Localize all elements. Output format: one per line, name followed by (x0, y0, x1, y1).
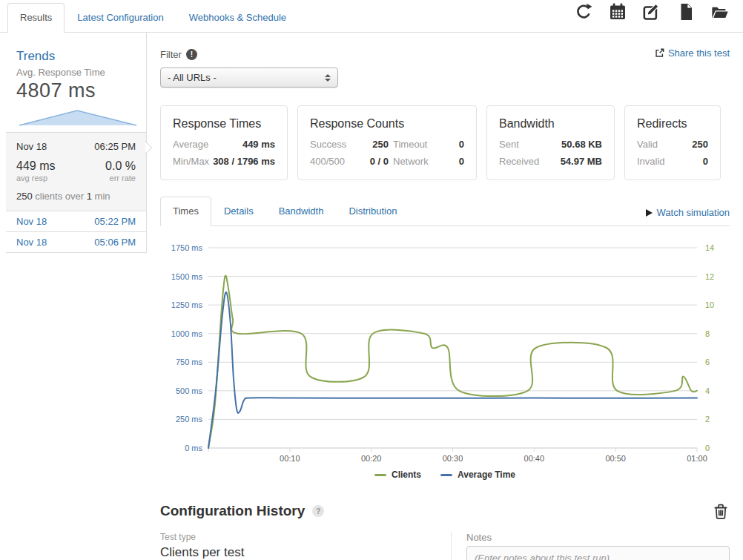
svg-text:500 ms: 500 ms (176, 386, 203, 395)
svg-text:8: 8 (705, 329, 710, 338)
avg-response-time-label: Avg. Response Time (16, 67, 146, 78)
tab-latest-configuration[interactable]: Latest Configuration (65, 3, 176, 33)
chart-legend: Clients Average Time (160, 470, 730, 480)
trash-icon (712, 502, 730, 520)
run-clients-summary: 250 clients over 1 min (16, 191, 136, 202)
configuration-history-title: Configuration History (160, 503, 305, 519)
legend-item-average-time[interactable]: Average Time (440, 470, 515, 480)
test-results-page: Results Latest Configuration Webhooks & … (0, 0, 743, 560)
trend-run-item[interactable]: Nov 18 05:22 PM (6, 211, 146, 232)
play-icon (646, 209, 653, 217)
times-chart: 0 ms0250 ms2500 ms4750 ms61000 ms81250 m… (160, 235, 728, 465)
refresh-icon[interactable] (574, 2, 593, 22)
tab-bandwidth[interactable]: Bandwidth (266, 197, 337, 226)
card-title: Bandwidth (499, 117, 602, 131)
svg-text:6: 6 (705, 358, 710, 366)
tab-webhooks-schedule[interactable]: Webhooks & Schedule (176, 3, 299, 33)
svg-text:250 ms: 250 ms (176, 415, 203, 424)
filter-label: Filter ! (160, 49, 197, 60)
trend-run-selected[interactable]: Nov 18 06:25 PM 449 ms 0.0 % avg resp er… (6, 132, 146, 211)
tab-times[interactable]: Times (160, 197, 211, 226)
svg-text:4: 4 (705, 386, 710, 395)
content-area: Trends Avg. Response Time 4807 ms Nov 18… (0, 33, 743, 560)
tab-results[interactable]: Results (7, 3, 65, 33)
run-error-rate: 0.0 % (105, 159, 136, 173)
run-avg-response: 449 ms (16, 159, 55, 173)
file-icon[interactable] (676, 2, 696, 22)
filter-info-icon[interactable]: ! (186, 49, 197, 60)
notes-label: Notes (466, 532, 730, 543)
tab-details[interactable]: Details (211, 197, 266, 226)
configuration-history-section: Configuration History ? (160, 502, 730, 560)
response-times-card: Response Times Average449 ms Min/Max308 … (160, 105, 288, 180)
help-icon[interactable]: ? (312, 505, 324, 517)
chart-tab-bar: Times Details Bandwidth Distribution Wat… (160, 197, 730, 226)
share-icon (655, 48, 664, 58)
test-type-value: Clients per test (160, 545, 449, 560)
svg-text:1250 ms: 1250 ms (171, 300, 203, 309)
card-title: Redirects (637, 117, 708, 131)
open-folder-icon[interactable] (710, 2, 730, 22)
svg-text:00:50: 00:50 (605, 454, 626, 463)
run-time-link[interactable]: 05:06 PM (94, 237, 136, 248)
svg-text:1500 ms: 1500 ms (171, 272, 203, 281)
url-filter-value: - All URLs - (168, 72, 217, 83)
trends-title: Trends (16, 49, 146, 64)
svg-text:10: 10 (705, 300, 714, 309)
watch-simulation-link[interactable]: Watch simulation (646, 207, 730, 225)
average-time-swatch-icon (440, 474, 452, 476)
svg-text:0 ms: 0 ms (185, 444, 202, 452)
trend-run-list: Nov 18 06:25 PM 449 ms 0.0 % avg resp er… (6, 132, 146, 253)
svg-text:1000 ms: 1000 ms (171, 329, 203, 338)
svg-text:12: 12 (705, 272, 714, 281)
run-date-link[interactable]: Nov 18 (16, 237, 47, 248)
svg-text:1750 ms: 1750 ms (171, 243, 203, 252)
svg-text:01:00: 01:00 (687, 454, 707, 463)
calendar-icon[interactable] (608, 2, 627, 22)
svg-text:00:20: 00:20 (361, 454, 382, 463)
response-counts-card: Response Counts Success250 Timeout0 400/… (297, 105, 477, 180)
main-tabs: Results Latest Configuration Webhooks & … (7, 3, 299, 32)
trends-sidebar: Trends Avg. Response Time 4807 ms Nov 18… (0, 33, 147, 253)
avg-response-time-value: 4807 ms (16, 79, 146, 102)
tab-distribution[interactable]: Distribution (336, 197, 409, 226)
run-date-link[interactable]: Nov 18 (16, 216, 47, 227)
run-time-link[interactable]: 05:22 PM (94, 216, 136, 227)
clients-swatch-icon (374, 474, 386, 476)
summary-cards: Response Times Average449 ms Min/Max308 … (160, 105, 730, 180)
err-rate-caption: err rate (110, 174, 136, 182)
trend-sparkline (18, 105, 138, 128)
svg-text:2: 2 (705, 415, 710, 424)
legend-item-clients[interactable]: Clients (374, 470, 421, 480)
svg-text:750 ms: 750 ms (176, 358, 203, 366)
url-filter-select[interactable]: - All URLs - (160, 67, 338, 88)
svg-text:14: 14 (705, 243, 714, 252)
run-time: 06:25 PM (94, 141, 136, 152)
avg-resp-caption: avg resp (16, 174, 47, 182)
trend-run-item[interactable]: Nov 18 05:06 PM (6, 232, 146, 253)
results-main: Filter ! - All URLs - Share this test Re… (147, 33, 743, 560)
compose-icon[interactable] (642, 2, 661, 22)
svg-text:00:40: 00:40 (524, 454, 545, 463)
bandwidth-card: Bandwidth Sent50.68 KB Received54.97 MB (486, 105, 615, 180)
times-chart-container: 0 ms0250 ms2500 ms4750 ms61000 ms81250 m… (160, 235, 730, 480)
run-date: Nov 18 (16, 141, 47, 152)
notes-textarea[interactable] (466, 546, 730, 560)
toolbar-actions (574, 2, 730, 22)
svg-text:0: 0 (705, 444, 710, 452)
redirects-card: Redirects Valid250 Invalid0 (624, 105, 721, 180)
card-title: Response Times (173, 117, 275, 131)
svg-text:00:30: 00:30 (443, 454, 463, 463)
test-type-label: Test type (160, 532, 449, 542)
svg-text:00:10: 00:10 (280, 454, 300, 463)
select-arrows-icon (325, 74, 331, 82)
card-title: Response Counts (310, 117, 464, 131)
share-test-link[interactable]: Share this test (655, 47, 730, 59)
top-tab-bar: Results Latest Configuration Webhooks & … (0, 0, 743, 33)
delete-run-button[interactable] (712, 502, 730, 520)
